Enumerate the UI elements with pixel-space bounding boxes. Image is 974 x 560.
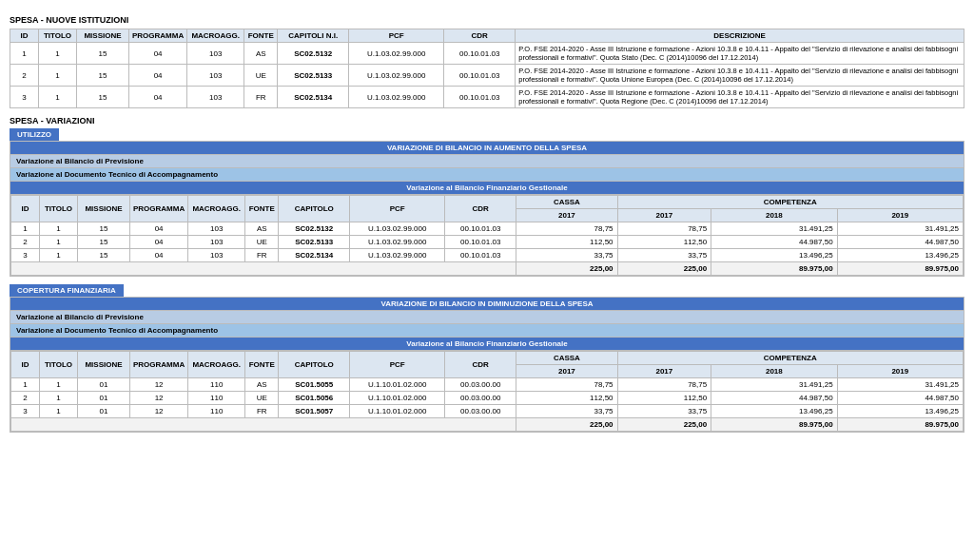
cell-programma: 04 xyxy=(130,222,188,236)
cell-comp2019: 44.987,50 xyxy=(837,236,963,249)
cell-capitoli: SC02.5134 xyxy=(278,87,349,108)
c-col-cassa-header: CASSA xyxy=(516,352,617,365)
cell-macroagg: 103 xyxy=(187,65,244,87)
u-col-competenza-header: COMPETENZA xyxy=(617,196,963,209)
u-col-cdr: CDR xyxy=(445,196,516,222)
cell-macroagg: 103 xyxy=(188,236,245,249)
cell-missione: 15 xyxy=(77,65,129,87)
cell-macroagg: 103 xyxy=(188,249,245,262)
cell-programma: 04 xyxy=(130,236,188,249)
cell-cdr: 00.03.00.00 xyxy=(445,405,516,418)
cell-comp2019: 13.496,25 xyxy=(837,405,963,418)
cell-macroagg: 103 xyxy=(188,222,245,236)
col-descrizione: DESCRIZIONE xyxy=(516,29,964,43)
cell-programma: 04 xyxy=(129,65,187,87)
cell-macroagg: 103 xyxy=(187,43,244,65)
cell-comp2018: 31.491,25 xyxy=(711,378,837,392)
totale-row: 225,00 225,00 89.975,00 89.975,00 xyxy=(11,262,964,276)
cell-cdr: 00.03.00.00 xyxy=(445,392,516,405)
cell-cassa2017: 33,75 xyxy=(516,405,617,418)
totale-comp2017: 225,00 xyxy=(617,418,711,432)
cell-programma: 04 xyxy=(129,87,187,108)
u-col-id: ID xyxy=(11,196,40,222)
c-col-competenza-header: COMPETENZA xyxy=(617,352,963,365)
totale-cassa2017: 225,00 xyxy=(516,262,617,276)
cell-missione: 01 xyxy=(78,392,130,405)
totale-label xyxy=(11,262,516,276)
cell-fonte: UE xyxy=(244,65,278,87)
cell-fonte: AS xyxy=(244,43,278,65)
cell-macroagg: 110 xyxy=(188,392,245,405)
cell-pcf: U.1.03.02.99.000 xyxy=(350,236,445,249)
cell-missione: 15 xyxy=(77,43,129,65)
cell-descrizione: P.O. FSE 2014-2020 - Asse III Istruzione… xyxy=(516,43,964,65)
u-col-2018: 2018 xyxy=(711,209,837,222)
table-row: 2 1 01 12 110 UE SC01.5056 U.1.10.01.02.… xyxy=(11,392,964,405)
totale-label xyxy=(11,418,516,432)
c-col-2017a: 2017 xyxy=(516,365,617,378)
col-missione: MISSIONE xyxy=(77,29,129,43)
cell-id: 3 xyxy=(11,249,40,262)
cell-pcf: U.1.10.01.02.000 xyxy=(350,392,445,405)
cell-programma: 12 xyxy=(130,405,188,418)
utilizzo-header: UTILIZZO xyxy=(10,128,964,141)
table-row: 1 1 15 04 103 AS SC02.5132 U.1.03.02.99.… xyxy=(10,43,964,65)
cell-titolo: 1 xyxy=(39,65,77,87)
cell-comp2018: 44.987,50 xyxy=(711,236,837,249)
spesa-variazioni-section: SPESA - VARIAZIONI UTILIZZO VARIAZIONE D… xyxy=(10,116,964,433)
cell-comp2018: 31.491,25 xyxy=(711,222,837,236)
var-bilancio-finanziario-c: Variazione al Bilancio Finanziario Gesti… xyxy=(10,338,964,351)
col-fonte: FONTE xyxy=(244,29,278,43)
utilizzo-table: ID TITOLO MISSIONE PROGRAMMA MACROAGG. F… xyxy=(10,195,964,276)
var-doc-tecnico-u: Variazione al Documento Tecnico di Accom… xyxy=(10,168,964,182)
cell-comp2019: 13.496,25 xyxy=(837,249,963,262)
u-col-cassa-header: CASSA xyxy=(516,196,617,209)
col-capitoli: CAPITOLI N.I. xyxy=(278,29,349,43)
cell-pcf: U.1.10.01.02.000 xyxy=(350,378,445,392)
cell-capitoli: SC02.5133 xyxy=(278,65,349,87)
cell-titolo: 1 xyxy=(40,236,78,249)
utilizzo-outer: VARIAZIONE DI BILANCIO IN AUMENTO DELLA … xyxy=(10,141,964,277)
cell-id: 1 xyxy=(10,43,39,65)
cell-fonte: UE xyxy=(245,236,279,249)
cell-descrizione: P.O. FSE 2014-2020 - Asse III Istruzione… xyxy=(516,87,964,108)
cell-missione: 15 xyxy=(77,87,129,108)
cell-capitolo: SC01.5055 xyxy=(279,378,350,392)
totale-cassa2017: 225,00 xyxy=(516,418,617,432)
var-bilancio-previsione-c: Variazione al Bilancio di Previsione xyxy=(10,311,964,324)
table-row: 2 1 15 04 103 UE SC02.5133 U.1.03.02.99.… xyxy=(11,236,964,249)
u-col-2019: 2019 xyxy=(837,209,963,222)
utilizzo-label: UTILIZZO xyxy=(10,128,59,141)
table-row: 3 1 01 12 110 FR SC01.5057 U.1.10.01.02.… xyxy=(11,405,964,418)
cell-pcf: U.1.03.02.99.000 xyxy=(350,222,445,236)
u-col-macroagg: MACROAGG. xyxy=(188,196,245,222)
totale-comp2017: 225,00 xyxy=(617,262,711,276)
cell-fonte: FR xyxy=(245,405,279,418)
totale-row: 225,00 225,00 89.975,00 89.975,00 xyxy=(11,418,964,432)
cell-missione: 15 xyxy=(78,236,130,249)
table-row: 1 1 15 04 103 AS SC02.5132 U.1.03.02.99.… xyxy=(11,222,964,236)
cell-fonte: AS xyxy=(245,378,279,392)
cell-fonte: FR xyxy=(245,249,279,262)
spesa-nuove-title: SPESA - NUOVE ISTITUZIONI xyxy=(10,15,964,25)
col-id: ID xyxy=(10,29,39,43)
cell-programma: 04 xyxy=(130,249,188,262)
cell-cdr: 00.10.01.03 xyxy=(444,43,516,65)
totale-comp2019: 89.975,00 xyxy=(837,418,963,432)
cell-missione: 15 xyxy=(78,222,130,236)
table-row: 2 1 15 04 103 UE SC02.5133 U.1.03.02.99.… xyxy=(10,65,964,87)
cell-comp2019: 31.491,25 xyxy=(837,222,963,236)
copertura-label: COPERTURA FINANZIARIA xyxy=(10,284,124,297)
cell-pcf: U.1.03.02.99.000 xyxy=(349,65,444,87)
cell-fonte: AS xyxy=(245,222,279,236)
c-col-id: ID xyxy=(11,352,40,378)
c-col-2019: 2019 xyxy=(837,365,963,378)
cell-capitolo: SC02.5132 xyxy=(279,222,350,236)
cell-id: 1 xyxy=(11,378,40,392)
utilizzo-block: UTILIZZO VARIAZIONE DI BILANCIO IN AUMEN… xyxy=(10,128,964,277)
table-row: 3 1 15 04 103 FR SC02.5134 U.1.03.02.99.… xyxy=(11,249,964,262)
cell-titolo: 1 xyxy=(40,222,78,236)
cell-cdr: 00.10.01.03 xyxy=(444,65,516,87)
cell-fonte: FR xyxy=(244,87,278,108)
spesa-nuove-table: ID TITOLO MISSIONE PROGRAMMA MACROAGG. F… xyxy=(10,29,964,108)
